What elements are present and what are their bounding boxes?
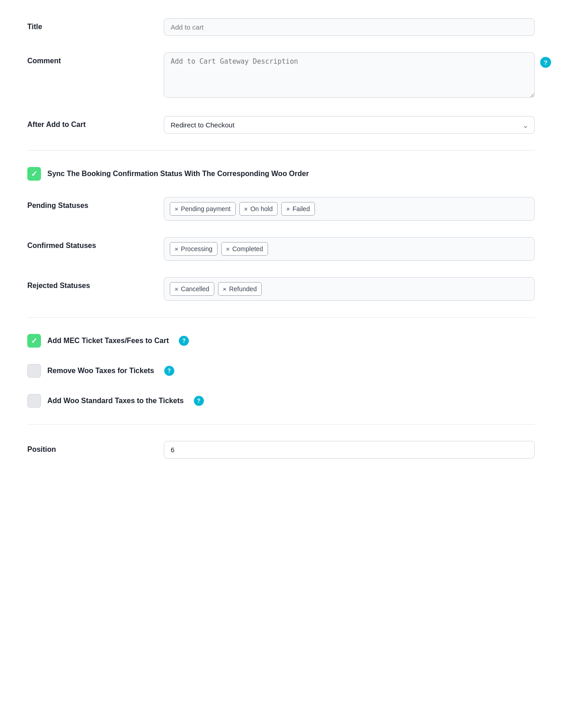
checkmark-icon: ✓ [31, 169, 37, 179]
add-woo-standard-help-icon[interactable]: ? [194, 396, 204, 406]
title-control [164, 18, 535, 36]
add-woo-standard-checkbox[interactable] [27, 394, 41, 408]
tag-completed-close[interactable]: × [226, 246, 230, 253]
confirmed-statuses-tags: × Processing × Completed [164, 237, 535, 261]
after-add-to-cart-label: After Add to Cart [27, 116, 146, 129]
pending-statuses-row: Pending Statuses × Pending payment × On … [27, 197, 535, 221]
pending-statuses-control: × Pending payment × On hold × Failed [164, 197, 535, 221]
rejected-statuses-tags: × Cancelled × Refunded [164, 277, 535, 301]
position-row: Position [27, 441, 535, 459]
comment-label: Comment [27, 52, 146, 65]
tag-cancelled-label: Cancelled [181, 285, 209, 293]
remove-woo-taxes-help-icon[interactable]: ? [164, 366, 174, 376]
tag-pending-payment-close[interactable]: × [175, 206, 178, 212]
add-mec-ticket-help-icon[interactable]: ? [179, 336, 189, 346]
tag-failed-label: Failed [293, 205, 310, 212]
tag-cancelled: × Cancelled [170, 282, 214, 296]
tag-pending-payment-label: Pending payment [181, 205, 231, 212]
tag-cancelled-close[interactable]: × [175, 286, 178, 293]
tag-refunded-label: Refunded [229, 285, 257, 293]
tag-processing-close[interactable]: × [175, 246, 178, 253]
tag-refunded: × Refunded [218, 282, 262, 296]
sync-booking-checkbox[interactable]: ✓ [27, 167, 41, 181]
after-add-to-cart-select-wrap: Redirect to Checkout Stay on Page Go to … [164, 116, 535, 134]
after-add-to-cart-select[interactable]: Redirect to Checkout Stay on Page Go to … [164, 116, 535, 134]
comment-textarea[interactable] [164, 52, 535, 98]
pending-statuses-label: Pending Statuses [27, 197, 146, 210]
tag-pending-payment: × Pending payment [170, 202, 236, 216]
title-label: Title [27, 18, 146, 31]
add-mec-ticket-row: ✓ Add MEC Ticket Taxes/Fees to Cart ? [27, 334, 535, 348]
position-label: Position [27, 441, 146, 454]
tag-completed: × Completed [221, 242, 268, 256]
confirmed-statuses-control: × Processing × Completed [164, 237, 535, 261]
after-add-to-cart-control: Redirect to Checkout Stay on Page Go to … [164, 116, 535, 134]
after-add-to-cart-row: After Add to Cart Redirect to Checkout S… [27, 116, 535, 134]
position-control [164, 441, 535, 459]
tag-processing: × Processing [170, 242, 218, 256]
confirmed-statuses-label: Confirmed Statuses [27, 237, 146, 250]
divider-3 [27, 424, 535, 425]
tag-completed-label: Completed [232, 245, 263, 253]
tag-processing-label: Processing [181, 245, 213, 253]
confirmed-statuses-row: Confirmed Statuses × Processing × Comple… [27, 237, 535, 261]
sync-booking-row: ✓ Sync The Booking Confirmation Status W… [27, 167, 535, 181]
tag-on-hold: × On hold [239, 202, 278, 216]
divider-1 [27, 150, 535, 151]
rejected-statuses-control: × Cancelled × Refunded [164, 277, 535, 301]
title-row: Title [27, 18, 535, 36]
remove-woo-taxes-label: Remove Woo Taxes for Tickets [47, 367, 154, 375]
position-input[interactable] [164, 441, 535, 459]
remove-woo-taxes-checkbox[interactable] [27, 364, 41, 378]
rejected-statuses-label: Rejected Statuses [27, 277, 146, 290]
title-input[interactable] [164, 18, 535, 36]
add-mec-checkmark-icon: ✓ [31, 336, 37, 346]
remove-woo-taxes-row: Remove Woo Taxes for Tickets ? [27, 364, 535, 378]
tag-failed-close[interactable]: × [286, 206, 290, 212]
sync-booking-label: Sync The Booking Confirmation Status Wit… [47, 170, 309, 178]
tag-on-hold-label: On hold [250, 205, 273, 212]
comment-row: Comment ? [27, 52, 535, 100]
add-woo-standard-label: Add Woo Standard Taxes to the Tickets [47, 397, 184, 405]
pending-statuses-tags: × Pending payment × On hold × Failed [164, 197, 535, 221]
tag-refunded-close[interactable]: × [223, 286, 227, 293]
add-woo-standard-row: Add Woo Standard Taxes to the Tickets ? [27, 394, 535, 408]
tag-on-hold-close[interactable]: × [244, 206, 248, 212]
comment-help-icon[interactable]: ? [540, 57, 551, 68]
tag-failed: × Failed [281, 202, 315, 216]
rejected-statuses-row: Rejected Statuses × Cancelled × Refunded [27, 277, 535, 301]
divider-2 [27, 317, 535, 318]
add-mec-ticket-label: Add MEC Ticket Taxes/Fees to Cart [47, 337, 169, 345]
add-mec-ticket-checkbox[interactable]: ✓ [27, 334, 41, 348]
comment-control: ? [164, 52, 535, 100]
